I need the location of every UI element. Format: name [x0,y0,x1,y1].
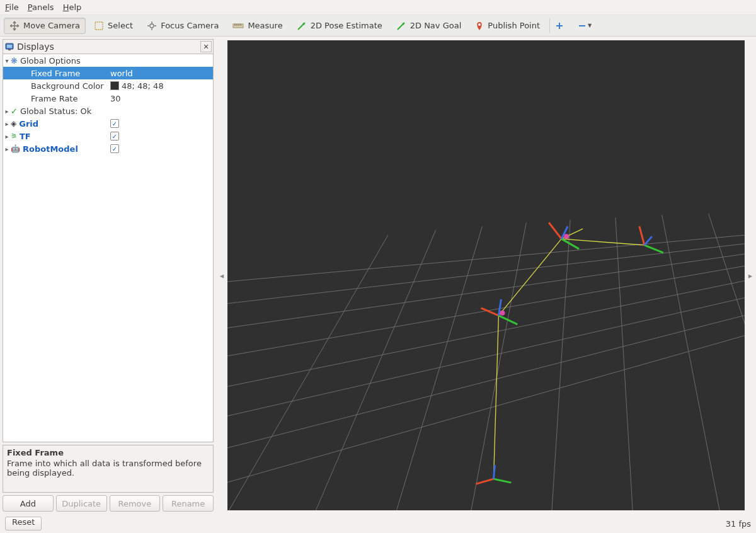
description-box: Fixed Frame Frame into which all data is… [3,445,214,493]
chevron-right-icon: ▸ [748,271,753,280]
tool-measure[interactable]: Measure [227,18,288,34]
svg-point-17 [564,234,569,239]
viewport-wrap [227,37,745,514]
expander-icon[interactable]: ▸ [3,120,11,127]
displays-icon [4,42,14,52]
left-collapse-handle[interactable]: ◂ [216,37,227,514]
measure-icon [232,23,244,29]
menu-help[interactable]: Help [63,3,82,12]
tree-row-tf[interactable]: ▸ ⚞ TF ✓ [3,130,213,142]
tree-label: Background Color [31,81,104,91]
3d-viewport[interactable] [227,40,745,510]
tree-label: TF [20,132,31,141]
expander-icon[interactable]: ▸ [3,133,11,140]
reset-button[interactable]: Reset [5,517,42,530]
nav-goal-icon [396,21,406,31]
expander-icon[interactable]: ▸ [3,146,11,152]
tool-2d-pose-estimate[interactable]: 2D Pose Estimate [291,18,388,34]
svg-line-14 [549,222,561,239]
tool-2d-nav-goal[interactable]: 2D Nav Goal [391,18,467,34]
tree-row-robotmodel[interactable]: ▸ 🤖 RobotModel ✓ [3,142,213,155]
tool-label: Measure [248,21,282,30]
svg-point-3 [478,23,481,26]
tree-value: world [110,69,133,78]
tool-select[interactable]: Select [88,18,139,34]
button-label: Rename [171,499,205,508]
chevron-left-icon: ◂ [220,271,224,280]
right-collapse-handle[interactable]: ▸ [745,37,756,514]
tool-label: Move Camera [23,21,80,30]
tree-row-grid[interactable]: ▸ ◈ Grid ✓ [3,117,213,130]
tree-label: Grid [19,119,38,129]
gear-icon: ❋ [11,56,18,66]
3d-scene [227,40,745,510]
svg-rect-5 [7,45,12,48]
tool-add[interactable] [549,18,570,34]
panel-button-row: Add Duplicate Remove Rename [0,495,216,514]
tree-label: RobotModel [23,144,78,154]
svg-rect-6 [8,49,11,50]
panel-title: Displays [14,42,200,52]
svg-rect-0 [95,22,103,30]
tool-move-camera[interactable]: Move Camera [4,18,86,34]
tree-row-global-options[interactable]: ▾ ❋ Global Options [3,54,213,67]
tool-label: Publish Point [488,21,540,30]
svg-point-1 [150,24,154,28]
tool-publish-point[interactable]: Publish Point [469,18,546,34]
grid-icon: ◈ [11,119,16,128]
button-label: Remove [118,499,151,508]
tree-row-background-color[interactable]: Background Color 48; 48; 48 [3,79,213,92]
menubar: File Panels Help [0,0,756,15]
svg-line-7 [476,479,494,484]
minus-icon [578,21,587,30]
tf-icon: ⚞ [11,132,17,140]
button-label: Add [20,499,36,508]
robot-icon: 🤖 [11,144,20,153]
fps-counter: 31 fps [726,519,751,529]
menu-panels[interactable]: Panels [28,3,54,12]
add-button[interactable]: Add [3,495,54,512]
tool-label: Select [108,21,133,30]
close-icon: ✕ [203,43,209,51]
duplicate-button[interactable]: Duplicate [56,495,107,512]
displays-tree[interactable]: ▾ ❋ Global Options Fixed Frame world Bac… [3,54,214,442]
checkbox[interactable]: ✓ [110,144,119,153]
svg-line-18 [639,226,644,245]
svg-line-8 [493,479,511,483]
tree-row-fixed-frame[interactable]: Fixed Frame world [3,67,213,79]
svg-rect-2 [233,24,243,28]
tool-label: Focus Camera [161,21,219,30]
button-label: Duplicate [62,499,101,508]
statusbar: Reset 31 fps [0,514,756,533]
focus-camera-icon [147,21,157,31]
main-area: Displays ✕ ▾ ❋ Global Options Fixed Fram… [0,37,756,514]
checkmark-icon: ✓ [11,106,18,116]
tree-row-global-status[interactable]: ▸ ✓ Global Status: Ok [3,105,213,117]
tool-focus-camera[interactable]: Focus Camera [141,18,224,34]
checkbox[interactable]: ✓ [110,132,119,140]
tree-value: 48; 48; 48 [122,81,164,91]
tree-label: Fixed Frame [31,69,80,78]
svg-point-13 [500,311,505,316]
button-label: Reset [12,517,35,527]
expander-icon[interactable]: ▾ [3,57,11,64]
dropdown-arrow-icon: ▼ [588,23,592,28]
svg-line-9 [493,465,495,479]
svg-line-19 [644,245,663,253]
description-body: Frame into which all data is transformed… [7,459,209,478]
checkbox[interactable]: ✓ [110,119,119,128]
description-title: Fixed Frame [7,448,209,457]
panel-titlebar: Displays ✕ [3,39,214,54]
rename-button[interactable]: Rename [163,495,214,512]
tool-remove[interactable]: ▼ [572,18,597,34]
remove-button[interactable]: Remove [110,495,161,512]
publish-point-icon [475,21,484,31]
tool-label: 2D Pose Estimate [311,21,382,30]
expander-icon[interactable]: ▸ [3,108,11,115]
tree-row-frame-rate[interactable]: Frame Rate 30 [3,92,213,105]
panel-close-button[interactable]: ✕ [200,41,212,52]
tree-label: Frame Rate [31,94,77,103]
menu-file[interactable]: File [5,3,19,12]
tool-label: 2D Nav Goal [410,21,462,30]
tree-value: 30 [110,94,121,103]
